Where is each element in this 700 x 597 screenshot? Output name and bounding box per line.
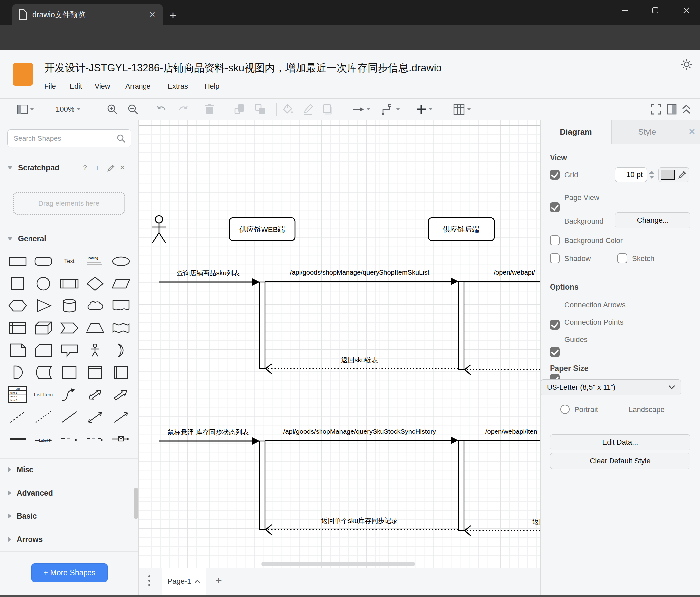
- shadow-checkbox[interactable]: [550, 254, 560, 263]
- activation-backend-1[interactable]: [458, 281, 464, 370]
- paper-size-select[interactable]: US-Letter (8,5" x 11"): [541, 379, 681, 395]
- insert-button[interactable]: [416, 98, 432, 120]
- zoom-out-button[interactable]: [127, 98, 139, 120]
- scratchpad-help-icon[interactable]: ?: [83, 164, 87, 172]
- tab-style[interactable]: Style: [611, 120, 683, 144]
- diagram-canvas[interactable]: 供应链WEB端 供应链后端 查询店铺商品sku列表 /api/goods/s: [139, 120, 540, 568]
- background-change-button[interactable]: Change...: [615, 212, 691, 228]
- return-sku-list[interactable]: 返回sku链表: [266, 356, 458, 374]
- scratchpad-edit-icon[interactable]: [107, 164, 115, 172]
- add-page-button[interactable]: +: [216, 574, 222, 587]
- menu-help[interactable]: Help: [205, 82, 219, 91]
- shape-dotted-line[interactable]: [30, 406, 56, 428]
- undo-button[interactable]: [156, 98, 168, 120]
- shape-note[interactable]: [5, 339, 30, 361]
- scratchpad-add-icon[interactable]: +: [95, 163, 100, 173]
- scratchpad-close-icon[interactable]: ✕: [119, 164, 125, 172]
- sidebar-scrollbar[interactable]: [134, 487, 138, 519]
- tab-close-icon[interactable]: ✕: [149, 10, 156, 19]
- shape-arrow[interactable]: [108, 383, 134, 406]
- theme-toggle-icon[interactable]: [680, 58, 693, 71]
- new-tab-button[interactable]: +: [170, 9, 176, 22]
- zoom-level-button[interactable]: 100%: [56, 98, 80, 120]
- shape-search[interactable]: [7, 129, 131, 147]
- tab-diagram[interactable]: Diagram: [541, 120, 611, 144]
- shape-link-edge-2[interactable]: [82, 428, 108, 450]
- sketch-checkbox[interactable]: [618, 254, 627, 263]
- zoom-in-button[interactable]: [107, 98, 118, 120]
- shape-card[interactable]: [30, 339, 56, 361]
- scratchpad-dropzone[interactable]: Drag elements here: [12, 192, 125, 215]
- shape-curve[interactable]: [56, 383, 82, 406]
- shape-vertical-container[interactable]: [82, 361, 108, 383]
- table-button[interactable]: [453, 98, 471, 120]
- shape-hexagon[interactable]: [5, 294, 30, 317]
- view-panels-button[interactable]: [17, 98, 34, 120]
- shape-cylinder[interactable]: [56, 294, 82, 317]
- section-advanced[interactable]: Advanced: [0, 485, 138, 500]
- shape-list[interactable]: ListItem 1Item 2Item 3: [5, 383, 30, 406]
- section-arrows[interactable]: Arrows: [0, 532, 138, 547]
- waypoint-style-button[interactable]: [382, 98, 400, 120]
- search-input[interactable]: [14, 134, 116, 142]
- collapse-toolbar-button[interactable]: [681, 98, 691, 120]
- shape-process[interactable]: [56, 272, 82, 294]
- shape-labeled-arrow[interactable]: Label: [30, 428, 56, 450]
- shape-text[interactable]: Text: [56, 250, 82, 272]
- background-color-checkbox[interactable]: [550, 236, 560, 245]
- shadow-button[interactable]: [322, 98, 333, 120]
- shape-cloud[interactable]: [82, 294, 108, 317]
- line-color-button[interactable]: [302, 98, 314, 120]
- shape-square[interactable]: [5, 272, 30, 294]
- participant-web[interactable]: 供应链WEB端: [229, 218, 295, 241]
- section-misc[interactable]: Misc: [0, 462, 138, 477]
- shape-list-item[interactable]: List Item: [30, 383, 56, 406]
- grid-checkbox[interactable]: [550, 170, 560, 180]
- browser-tab[interactable]: drawio文件预览 ✕: [12, 4, 163, 25]
- shape-textbox[interactable]: Heading: [82, 250, 108, 272]
- redo-button[interactable]: [177, 98, 189, 120]
- shape-link-edge[interactable]: [56, 428, 82, 450]
- delete-button[interactable]: [205, 98, 215, 120]
- shape-tape[interactable]: [108, 317, 134, 339]
- shape-rounded-rectangle[interactable]: [30, 250, 56, 272]
- menu-view[interactable]: View: [95, 82, 110, 91]
- message-hover-stock-sync[interactable]: 鼠标悬浮 库存同步状态列表: [159, 429, 259, 445]
- message-query-sku-list[interactable]: 查询店铺商品sku列表: [159, 269, 259, 286]
- shape-and[interactable]: [5, 361, 30, 383]
- page-view-checkbox[interactable]: [550, 202, 560, 212]
- shape-rectangle[interactable]: [5, 250, 30, 272]
- shape-trapezoid[interactable]: [82, 317, 108, 339]
- scratchpad-header[interactable]: Scratchpad ? + ✕: [0, 161, 138, 175]
- format-panel-toggle-button[interactable]: [667, 98, 677, 120]
- activation-web-2[interactable]: [259, 441, 265, 530]
- shape-message-edge[interactable]: [108, 428, 134, 450]
- return-single-sku-sync-record[interactable]: 返回单个sku库存同步记录: [266, 517, 458, 535]
- menu-extras[interactable]: Extras: [168, 82, 188, 91]
- menu-file[interactable]: File: [44, 82, 56, 91]
- message-open-webapi[interactable]: /open/webapi/: [464, 269, 540, 281]
- shape-horizontal-container[interactable]: [108, 361, 134, 383]
- pages-menu-icon[interactable]: [149, 575, 150, 586]
- shape-cube[interactable]: [30, 317, 56, 339]
- panel-close-icon[interactable]: ✕: [684, 120, 700, 144]
- menu-arrange[interactable]: Arrange: [125, 82, 151, 91]
- grid-size-input[interactable]: [615, 167, 647, 182]
- activation-web-1[interactable]: [259, 282, 265, 369]
- page-tab[interactable]: Page-1: [162, 568, 206, 595]
- shape-callout[interactable]: [56, 339, 82, 361]
- shape-ellipse[interactable]: [108, 250, 134, 272]
- shape-diamond[interactable]: [82, 272, 108, 294]
- shape-document[interactable]: [108, 294, 134, 317]
- clear-default-style-button[interactable]: Clear Default Style: [550, 453, 691, 469]
- grid-color-button[interactable]: [658, 167, 690, 182]
- message-query-shop-item-sku-list-api[interactable]: /api/goods/shopManage/queryShopItemSkuLi…: [265, 269, 458, 285]
- grid-size-stepper[interactable]: [648, 167, 655, 182]
- message-open-webapi-item[interactable]: /open/webapi/iten: [464, 428, 540, 440]
- shape-internal-storage[interactable]: [5, 317, 30, 339]
- more-shapes-button[interactable]: + More Shapes: [31, 563, 108, 582]
- section-general[interactable]: General: [0, 232, 138, 246]
- shape-parallelogram[interactable]: [108, 272, 134, 294]
- message-query-sku-stock-sync-history-api[interactable]: /api/goods/shopManage/querySkuStockSyncH…: [265, 428, 458, 444]
- shape-circle[interactable]: [30, 272, 56, 294]
